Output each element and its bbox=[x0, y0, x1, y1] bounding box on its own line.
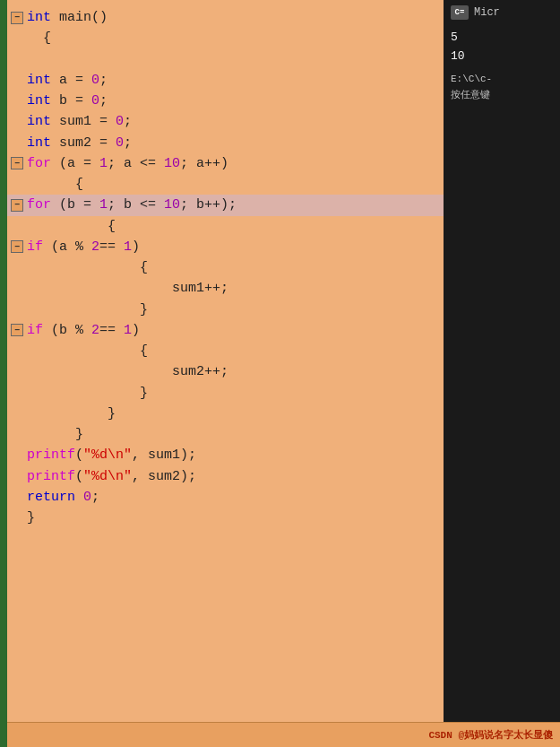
token-num: 0 bbox=[116, 135, 124, 151]
token-str: "%d\n" bbox=[83, 447, 132, 463]
fold-icon[interactable]: − bbox=[11, 324, 23, 336]
code-line: −for (a = 1; a <= 10; a++) bbox=[7, 153, 444, 174]
code-content: sum2++; bbox=[27, 361, 444, 382]
code-content: int b = 0; bbox=[27, 91, 444, 111]
terminal-output: 5 10 bbox=[451, 29, 553, 66]
code-line: −int main() bbox=[7, 7, 444, 28]
token-num: 0 bbox=[91, 93, 99, 109]
token-plain: , sum1); bbox=[132, 447, 196, 463]
token-plain: sum1 = bbox=[51, 114, 116, 129]
code-content: } bbox=[27, 300, 444, 320]
token-num: 2 bbox=[91, 323, 99, 338]
code-content: { bbox=[27, 341, 444, 361]
code-content: if (a % 2== 1) bbox=[27, 237, 444, 257]
code-line: int sum1 = 0; bbox=[7, 111, 444, 132]
terminal-header: C= Micr bbox=[451, 5, 553, 20]
code-content: { bbox=[27, 216, 444, 237]
token-plain: , sum2); bbox=[132, 469, 196, 484]
terminal-line-1: 5 bbox=[451, 29, 553, 48]
code-panel: −int main() { int a = 0;int b = 0;int su… bbox=[7, 0, 444, 535]
token-num: 0 bbox=[116, 114, 124, 129]
token-plain: == bbox=[99, 239, 124, 255]
code-content: { bbox=[27, 257, 444, 278]
token-num: 1 bbox=[99, 197, 108, 213]
main-container: −int main() { int a = 0;int b = 0;int su… bbox=[7, 0, 560, 747]
code-line: } bbox=[7, 383, 444, 404]
terminal-panel: C= Micr 5 10 E:\C\c- 按任意键 bbox=[444, 0, 560, 747]
token-plain: { bbox=[27, 260, 148, 275]
token-plain: ; bbox=[99, 93, 108, 109]
token-num: 1 bbox=[124, 239, 132, 255]
token-plain: ; bbox=[124, 135, 132, 151]
fold-icon[interactable]: − bbox=[11, 157, 23, 169]
code-content: int a = 0; bbox=[27, 70, 444, 91]
code-line: −for (b = 1; b <= 10; b++); bbox=[7, 195, 444, 215]
token-kw: for bbox=[27, 156, 51, 171]
token-kw: printf bbox=[27, 469, 75, 484]
token-plain: b = bbox=[51, 93, 91, 109]
code-line: return 0; bbox=[7, 487, 444, 508]
code-content: int sum1 = 0; bbox=[27, 111, 444, 132]
token-kw: int bbox=[27, 93, 51, 109]
token-plain: ; bbox=[124, 114, 132, 129]
token-plain: == bbox=[99, 323, 124, 338]
token-kw: int bbox=[27, 10, 51, 25]
token-num: 0 bbox=[91, 73, 99, 88]
token-kw: int bbox=[27, 114, 51, 129]
token-num: 1 bbox=[124, 323, 132, 338]
code-line: { bbox=[7, 341, 444, 361]
fold-icon[interactable]: − bbox=[11, 199, 23, 212]
token-plain: ; b <= bbox=[108, 197, 164, 213]
token-kw: if bbox=[27, 239, 43, 255]
code-line: sum2++; bbox=[7, 361, 444, 382]
token-num: 10 bbox=[164, 197, 180, 213]
fold-gutter[interactable]: − bbox=[7, 324, 27, 336]
token-plain: ; b++); bbox=[180, 197, 237, 213]
token-plain: { bbox=[27, 343, 148, 359]
code-line: −if (a % 2== 1) bbox=[7, 237, 444, 257]
token-num: 0 bbox=[83, 490, 91, 505]
code-line: { bbox=[7, 28, 444, 48]
token-plain: { bbox=[27, 219, 116, 234]
token-plain: ; a++) bbox=[180, 156, 228, 171]
code-line: { bbox=[7, 257, 444, 278]
token-plain: (a % bbox=[43, 239, 91, 255]
code-line: int b = 0; bbox=[7, 91, 444, 111]
token-plain: ; a <= bbox=[108, 156, 164, 171]
token-plain: sum2 = bbox=[51, 135, 116, 151]
code-content: { bbox=[27, 174, 444, 195]
token-plain: sum1++; bbox=[27, 281, 228, 296]
token-plain: } bbox=[27, 406, 116, 421]
fold-gutter[interactable]: − bbox=[7, 12, 27, 24]
code-content: } bbox=[27, 424, 444, 445]
fold-gutter[interactable]: − bbox=[7, 199, 27, 212]
token-plain: main() bbox=[51, 10, 108, 25]
token-plain: (b = bbox=[51, 197, 99, 213]
token-plain: } bbox=[27, 302, 148, 317]
fold-gutter[interactable]: − bbox=[7, 157, 27, 169]
code-line: int a = 0; bbox=[7, 70, 444, 91]
token-plain: { bbox=[27, 177, 83, 192]
fold-icon[interactable]: − bbox=[11, 240, 23, 253]
code-line: { bbox=[7, 216, 444, 237]
token-plain: a = bbox=[51, 73, 91, 88]
fold-gutter[interactable]: − bbox=[7, 240, 27, 253]
token-kw: int bbox=[27, 73, 51, 88]
left-gutter bbox=[0, 0, 7, 747]
code-line bbox=[7, 49, 444, 70]
token-kw: return bbox=[27, 490, 75, 505]
fold-icon[interactable]: − bbox=[11, 12, 23, 24]
code-content: for (a = 1; a <= 10; a++) bbox=[27, 153, 444, 174]
terminal-icon: C= bbox=[451, 5, 469, 20]
token-plain: ; bbox=[99, 73, 108, 88]
code-content: return 0; bbox=[27, 487, 444, 508]
terminal-path: E:\C\c- bbox=[451, 74, 553, 84]
token-kw: for bbox=[27, 197, 51, 213]
code-content: if (b % 2== 1) bbox=[27, 320, 444, 341]
code-line: printf("%d\n", sum1); bbox=[7, 445, 444, 465]
token-plain: ) bbox=[132, 323, 140, 338]
token-plain: (a = bbox=[51, 156, 99, 171]
token-plain: } bbox=[27, 386, 148, 401]
token-plain: ; bbox=[91, 490, 99, 505]
token-plain: (b % bbox=[43, 323, 91, 338]
